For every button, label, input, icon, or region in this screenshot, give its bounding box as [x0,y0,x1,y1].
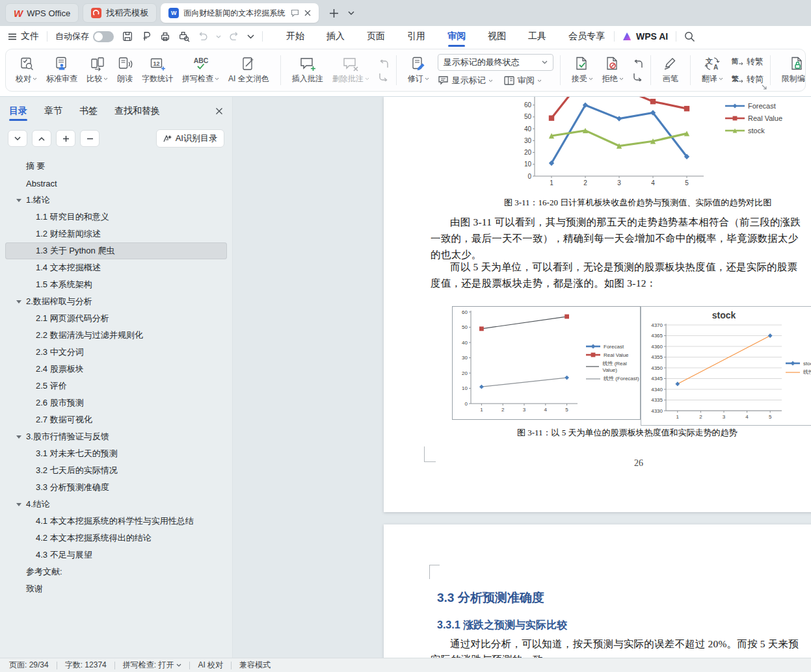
save-button[interactable] [122,31,133,42]
show-markup-button[interactable]: 显示标记 [438,75,493,86]
markup-state-select[interactable]: 显示标记的最终状态 [438,54,553,71]
tab-wps-home[interactable]: W WPS Office [5,3,79,23]
toc-item[interactable]: 2.6 股市预测 [5,394,227,411]
toc-item[interactable]: 2.3 中文分词 [5,344,227,361]
standard-review-button[interactable]: 标准审查 [42,55,82,86]
toc-expand-arrow-icon[interactable] [16,502,21,507]
menu-tab-insert[interactable]: 插入 [325,27,346,46]
next-revision-icon[interactable] [632,73,644,81]
toc-expand-all-button[interactable] [8,130,27,147]
toc-item[interactable]: 1.绪论 [5,192,227,209]
compare-button[interactable]: 比较 [82,55,113,86]
menu-tab-review[interactable]: 审阅 [446,27,467,46]
sidebar-close-icon[interactable] [215,107,223,115]
tab-close-icon[interactable] [304,10,311,16]
toc-item[interactable]: 2.数据榨取与分析 [5,293,227,310]
toc-item[interactable]: 1.3 关于 Python 爬虫 [5,242,227,259]
toc-item[interactable]: 2.2 数据清洗与过滤并规则化 [5,327,227,344]
menu-tab-page[interactable]: 页面 [366,27,386,46]
toc-zoom-in-button[interactable] [56,130,75,147]
revise-button[interactable]: 修订 [403,55,434,86]
toc-item[interactable]: 3.股市行情验证与反馈 [5,428,227,445]
toc-item[interactable]: 2.5 评价 [5,378,227,394]
more-commands-caret[interactable] [247,34,254,39]
proofread-button[interactable]: 校对 [11,55,42,86]
toc-item[interactable]: 2.7 数据可视化 [5,411,227,428]
to-traditional-button[interactable]: 简 转繁 [732,56,764,68]
toc-item[interactable]: 1.2 财经新闻综述 [5,226,227,242]
sidebar-tab-find-replace[interactable]: 查找和替换 [114,100,160,122]
sidebar-tab-bookmarks[interactable]: 书签 [79,100,98,122]
tab-document[interactable]: W 面向财经新闻的文本挖掘系统 [161,3,319,23]
ai-proofread-button[interactable]: AI 校对 [198,660,223,671]
toc-item[interactable]: 3.1 对未来七天的预测 [5,445,227,462]
toc-item[interactable]: 1.4 文本挖掘概述 [5,259,227,276]
word-count-button[interactable]: 12 字数统计 [137,55,178,86]
sidebar-tab-contents[interactable]: 目录 [9,100,27,122]
translate-button[interactable]: 文A 翻译 [697,55,728,86]
toc-item[interactable]: 4.1 本文本挖掘系统的科学性与实用性总结 [5,513,227,530]
to-simplified-button[interactable]: 繁 转简 [732,73,764,85]
restrict-editing-button[interactable]: 限制编辑 [777,55,806,86]
ai-polish-button[interactable]: AI 全文润色 [224,55,274,86]
spell-check-button[interactable]: ABC 拼写检查 [178,55,224,86]
pen-button[interactable]: 画笔 [658,55,684,86]
toc-zoom-out-button[interactable] [80,130,100,147]
toc-item[interactable]: Abstract [5,175,227,192]
tab-chat-icon[interactable] [291,9,299,17]
delete-comment-button: 删除批注 [328,55,374,86]
translate-group-launcher-icon[interactable] [762,84,767,90]
toc-item[interactable]: 4.2 本文本挖掘系统得出的结论 [5,530,227,547]
menu-tab-view[interactable]: 视图 [486,27,507,46]
toc-item[interactable]: 2.4 股票板块 [5,361,227,378]
toc-item[interactable]: 4.3 不足与展望 [5,547,227,563]
toc-item[interactable]: 3.2 七天后的实际情况 [5,462,227,479]
toc-expand-arrow-icon[interactable] [16,434,21,439]
toc-item[interactable]: 参考文献: [5,563,227,580]
toc-item[interactable]: 4.结论 [5,496,227,513]
tab-list-caret[interactable] [348,11,354,15]
toc-item[interactable]: 致谢 [5,580,227,597]
menu-tab-start[interactable]: 开始 [285,27,306,46]
toc-item[interactable]: 1.1 研究目的和意义 [5,209,227,226]
accept-revision-button[interactable]: 接受 [567,55,598,86]
file-menu[interactable]: 文件 [8,31,39,42]
sidebar-tab-chapters[interactable]: 章节 [44,100,62,122]
chart-legend: stock线性 (stock) [786,360,811,376]
print-button[interactable] [159,31,171,42]
toc-item[interactable]: 2.1 网页源代码分析 [5,310,227,327]
menu-tab-reference[interactable]: 引用 [406,27,427,46]
toc-collapse-all-button[interactable] [32,130,51,147]
menu-tab-member[interactable]: 会员专享 [567,27,606,46]
print-preview-button[interactable] [178,31,190,42]
search-button[interactable] [684,31,695,42]
review-pane-button[interactable]: 审阅 [503,75,542,86]
ai-recognize-toc-button[interactable]: AI识别目录 [156,129,224,148]
tab-docer-templates[interactable]: 找稻壳模板 [83,3,157,23]
document-canvas[interactable]: 010203040506012345 ForecastReal Valuesto… [233,97,811,658]
previous-revision-icon[interactable] [632,60,644,68]
insert-comment-button[interactable]: 插入批注 [287,55,328,86]
menu-tab-tools[interactable]: 工具 [527,27,548,46]
new-tab-button[interactable] [329,8,339,18]
page-number: 26 [634,458,643,469]
spellcheck-status[interactable]: 拼写检查: 打开 [123,660,182,671]
svg-text:4335: 4335 [651,397,663,403]
toc-item-label: 2.3 中文分词 [36,346,84,358]
ribbon: 校对 标准审查 比较 朗读 12 字数统计 [0,47,811,96]
read-aloud-button[interactable]: 朗读 [113,55,137,86]
wps-ai-button[interactable]: WPS AI [622,31,668,42]
toc-expand-arrow-icon[interactable] [16,299,21,304]
toc-item-label: 1.5 本系统架构 [36,279,92,291]
document-page-26: 010203040506012345 ForecastReal Valuesto… [384,97,811,512]
reject-revision-button[interactable]: 拒绝 [598,55,628,86]
toc-item[interactable]: 3.3 分析预测准确度 [5,479,227,496]
svg-text:3: 3 [523,407,526,413]
export-pdf-button[interactable] [140,31,152,42]
autosave-toggle[interactable] [93,31,114,42]
toc-item-label: 4.结论 [26,498,50,510]
toc-item[interactable]: 1.5 本系统架构 [5,276,227,293]
chevron-down-icon [619,77,624,81]
toc-item[interactable]: 摘 要 [5,158,227,175]
toc-expand-arrow-icon[interactable] [16,198,21,203]
